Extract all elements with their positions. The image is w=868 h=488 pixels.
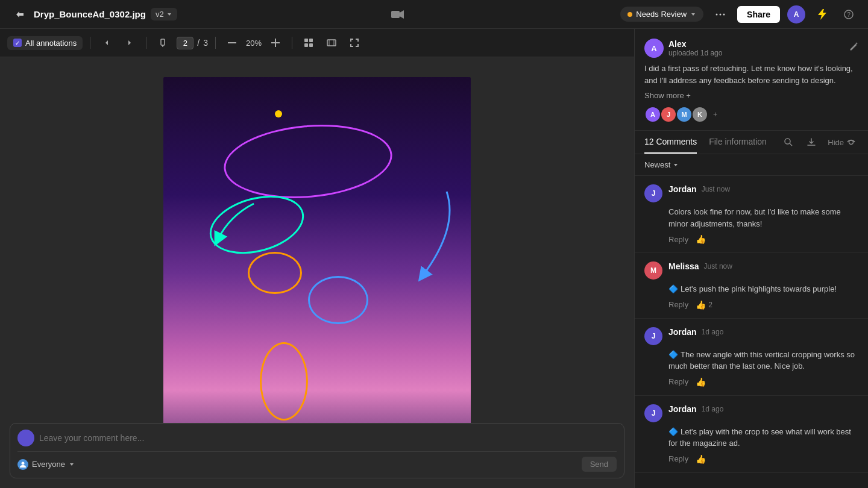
like-button-3[interactable]: 👍 xyxy=(696,377,706,387)
audience-icon xyxy=(17,459,28,470)
audience-label: Everyone xyxy=(32,460,65,469)
svg-rect-15 xyxy=(327,40,336,46)
add-reviewer-button[interactable]: + xyxy=(713,110,717,119)
search-comments-button[interactable] xyxy=(779,133,797,151)
annotation-ellipse-orange-1[interactable] xyxy=(248,252,302,294)
status-label: Needs Review xyxy=(636,10,687,19)
tab-actions: Hide xyxy=(779,133,858,151)
edit-icon[interactable] xyxy=(849,42,858,54)
svg-rect-11 xyxy=(304,39,308,42)
reviewer-avatar-2: J xyxy=(660,106,677,123)
svg-rect-6 xyxy=(161,39,165,45)
like-button-4[interactable]: 👍 xyxy=(696,454,706,464)
back-button[interactable] xyxy=(10,5,29,24)
comment-actions-1: Reply 👍 xyxy=(668,234,858,244)
artwork-image xyxy=(163,77,471,469)
image-canvas[interactable]: Everyone Send xyxy=(0,57,634,488)
send-button[interactable]: Send xyxy=(582,457,617,472)
commenter-name-1: Jordan xyxy=(668,184,697,194)
thumb-icon-3: 👍 xyxy=(696,377,706,387)
separator-1 xyxy=(90,37,90,49)
commenter-name-row-1: Jordan Just now xyxy=(668,184,858,194)
status-selector[interactable]: Needs Review xyxy=(620,7,703,22)
tab-file-info[interactable]: File information xyxy=(709,131,767,154)
zoom-level: 20% xyxy=(246,39,262,48)
svg-rect-14 xyxy=(309,43,313,47)
thumb-icon-2: 👍 xyxy=(696,300,706,310)
commenter-avatar-4: J xyxy=(644,404,662,422)
page-total: 3 xyxy=(203,38,208,48)
next-page-button[interactable] xyxy=(121,34,139,52)
commenter-name-4: Jordan xyxy=(668,404,697,414)
zoom-out-button[interactable] xyxy=(223,34,241,52)
download-button[interactable] xyxy=(802,133,820,151)
version-selector[interactable]: v2 xyxy=(151,8,177,20)
lightning-button[interactable] xyxy=(813,5,832,24)
zoom-display: 20% xyxy=(246,39,262,48)
hide-button[interactable]: Hide xyxy=(825,133,858,151)
comment-header-1: J Jordan Just now xyxy=(644,184,858,202)
commenter-name-2: Melissa xyxy=(668,261,699,271)
author-comment-text: I did a first pass of retouching. Let me… xyxy=(644,63,858,86)
audience-selector[interactable]: Everyone xyxy=(17,459,75,470)
reply-button-1[interactable]: Reply xyxy=(668,235,688,244)
page-separator: / xyxy=(197,38,200,48)
like-button-1[interactable]: 👍 xyxy=(696,234,706,244)
help-button[interactable]: ? xyxy=(839,5,858,24)
annotation-ellipse-orange-2[interactable] xyxy=(260,342,308,421)
author-time: uploaded 1d ago xyxy=(668,49,722,57)
comment-text-4: 🔷Let's play with the crop to see what wi… xyxy=(668,426,858,449)
topbar: Dryp_BounceAd_0302.jpg v2 Needs Review S… xyxy=(0,0,868,29)
svg-point-19 xyxy=(785,139,790,144)
comments-list: J Jordan Just now Colors look fine for n… xyxy=(635,176,868,488)
show-more-button[interactable]: Show more + xyxy=(644,91,858,100)
all-annotations-toggle[interactable]: ✓ All annotations xyxy=(7,36,83,50)
filmstrip-view-button[interactable] xyxy=(322,34,341,52)
draw-tool-button[interactable] xyxy=(154,34,172,52)
resolved-badge-2: 🔷 xyxy=(668,284,678,293)
commenter-meta-1: Jordan Just now xyxy=(668,184,858,194)
comment-item-2: M Melissa Just now 🔷Let's push the pink … xyxy=(635,253,868,319)
svg-point-1 xyxy=(716,13,718,15)
author-name: Alex xyxy=(668,39,722,49)
fullscreen-button[interactable] xyxy=(345,34,363,52)
reply-button-3[interactable]: Reply xyxy=(668,377,688,386)
annotation-ellipse-blue[interactable] xyxy=(308,276,368,324)
author-details: Alex uploaded 1d ago xyxy=(668,39,722,57)
grid-view-button[interactable] xyxy=(300,34,318,52)
version-label: v2 xyxy=(156,10,164,19)
svg-point-18 xyxy=(22,461,25,465)
annotation-arrow-teal[interactable] xyxy=(193,192,266,252)
dot-marker[interactable] xyxy=(275,110,282,117)
commenter-time-3: 1d ago xyxy=(702,328,724,336)
svg-rect-12 xyxy=(309,39,313,42)
commenter-avatar-2: M xyxy=(644,261,662,280)
comment-actions-2: Reply 👍 2 xyxy=(668,300,858,310)
sidebar-tabs: 12 Comments File information Hide xyxy=(635,131,868,154)
annotation-arrow-blue[interactable] xyxy=(386,180,477,300)
zoom-in-button[interactable] xyxy=(266,34,285,52)
reply-button-4[interactable]: Reply xyxy=(668,454,688,463)
prev-page-button[interactable] xyxy=(98,34,116,52)
comment-item-1: J Jordan Just now Colors look fine for n… xyxy=(635,176,868,253)
main-area: ✓ All annotations / 3 xyxy=(0,29,868,488)
separator-2 xyxy=(146,37,146,49)
reviewer-avatar-3: M xyxy=(676,106,693,123)
sort-dropdown[interactable]: Newest xyxy=(644,160,679,169)
more-options-button[interactable] xyxy=(711,5,730,24)
page-number-input[interactable] xyxy=(177,37,193,49)
commenter-avatar-3: J xyxy=(644,327,662,345)
filter-row: Newest xyxy=(635,154,868,176)
like-button-2[interactable]: 👍 2 xyxy=(696,300,712,310)
share-button[interactable]: Share xyxy=(737,6,780,23)
resolved-badge-4: 🔷 xyxy=(668,427,678,436)
commenter-name-row-3: Jordan 1d ago xyxy=(668,327,858,337)
author-avatar: A xyxy=(644,39,664,58)
reviewer-avatar-4: K xyxy=(691,106,708,123)
commenter-meta-4: Jordan 1d ago xyxy=(668,404,858,414)
comment-item-4: J Jordan 1d ago 🔷Let's play with the cro… xyxy=(635,396,868,473)
comment-actions-4: Reply 👍 xyxy=(668,454,858,464)
reply-button-2[interactable]: Reply xyxy=(668,300,688,309)
tab-comments[interactable]: 12 Comments xyxy=(644,131,697,154)
comment-text-input[interactable] xyxy=(39,433,617,443)
